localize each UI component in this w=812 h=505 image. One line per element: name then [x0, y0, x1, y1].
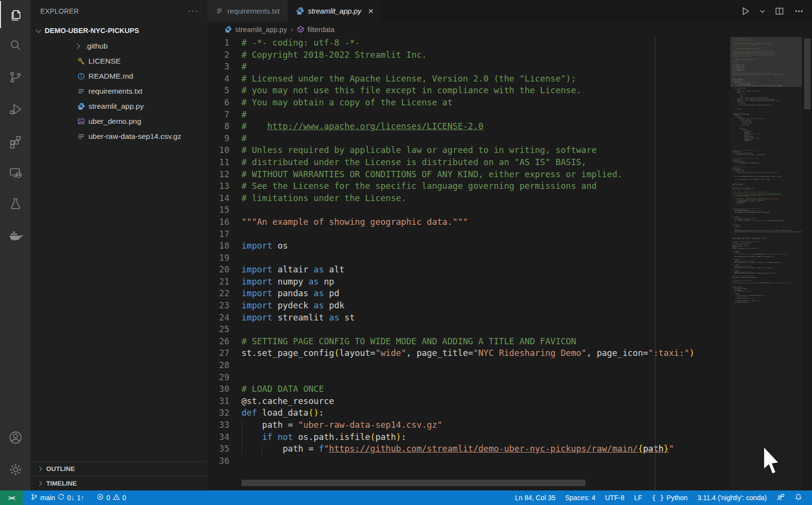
breadcrumb-symbol[interactable]: filterdata — [308, 26, 335, 34]
python-file-icon — [296, 7, 304, 15]
file-item-uber-raw-data-sep14-csv-gz[interactable]: uber-raw-data-sep14.csv.gz — [31, 129, 207, 144]
file-item-readme-md[interactable]: README.md — [31, 68, 207, 84]
testing-icon[interactable] — [0, 190, 31, 218]
line-number: 8 — [207, 120, 229, 133]
explorer-actions-button[interactable]: ··· — [188, 7, 199, 16]
file-label: requirements.txt — [88, 87, 142, 96]
code-line: 18import os — [207, 240, 812, 252]
column-ruler — [655, 37, 656, 490]
activity-bar — [0, 0, 31, 490]
line-number: 1 — [207, 37, 229, 49]
sync-outgoing: 1↑ — [77, 494, 84, 502]
file-item--github[interactable]: .github — [31, 38, 207, 53]
file-tree: .githubLICENSEREADME.mdrequirements.txts… — [31, 38, 207, 144]
file-label: LICENSE — [88, 57, 121, 66]
breadcrumb-file[interactable]: streamlit_app.py — [235, 26, 287, 34]
vertical-scrollbar[interactable] — [804, 38, 811, 109]
code-line: 25 — [207, 323, 812, 336]
code-line: 8# http://www.apache.org/licenses/LICENS… — [207, 120, 812, 133]
feedback-status[interactable] — [772, 490, 790, 505]
chevron-right-icon — [37, 467, 42, 471]
code-line: 16"""An example of showing geographic da… — [207, 216, 812, 228]
code-line: 7# — [207, 109, 812, 121]
line-number: 24 — [207, 312, 229, 324]
line-number: 20 — [207, 264, 229, 276]
line-number: 15 — [207, 204, 229, 216]
run-button[interactable] — [739, 5, 752, 17]
code-editor[interactable]: 1# -*- coding: utf-8 -*-2# Copyright 201… — [207, 37, 812, 490]
code-line: 14# limitations under the License. — [207, 192, 812, 204]
explorer-sidebar: EXPLORER ··· DEMO-UBER-NYC-PICKUPS .gith… — [31, 0, 207, 490]
code-lines: 1# -*- coding: utf-8 -*-2# Copyright 201… — [207, 37, 812, 467]
code-line: 24import streamlit as st — [207, 312, 812, 324]
python-file-icon — [225, 26, 232, 34]
close-icon[interactable]: × — [368, 6, 374, 16]
code-line: 1# -*- coding: utf-8 -*- — [207, 37, 812, 49]
indentation-status[interactable]: Spaces: 4 — [560, 490, 600, 505]
code-line: 32def load_data(): — [207, 407, 812, 419]
code-line: 23import pydeck as pdk — [207, 300, 812, 312]
accounts-icon[interactable] — [0, 424, 31, 451]
search-icon[interactable] — [0, 32, 31, 59]
eol-status[interactable]: LF — [629, 490, 647, 505]
code-line: 6# You may obtain a copy of the License … — [207, 97, 812, 109]
minimap-slider[interactable] — [730, 37, 802, 87]
code-line: 36 — [207, 455, 812, 467]
sync-incoming: 0↓ — [67, 494, 74, 502]
remote-indicator[interactable]: >< — [0, 490, 23, 505]
extensions-icon[interactable] — [0, 128, 31, 155]
line-number: 29 — [207, 371, 229, 384]
line-number: 19 — [207, 252, 229, 264]
tab-streamlit-app-py[interactable]: streamlit_app.py × — [288, 0, 381, 22]
code-line: 11# distributed under the License is dis… — [207, 156, 812, 168]
editor-group: requirements.txt streamlit_app.py × stre… — [207, 0, 812, 490]
run-and-debug-icon[interactable] — [0, 96, 31, 123]
language-mode-status[interactable]: { } Python — [647, 490, 692, 505]
code-line: 31@st.cache_resource — [207, 395, 812, 407]
line-number: 32 — [207, 407, 229, 419]
line-number: 6 — [207, 97, 229, 109]
line-number: 18 — [207, 240, 229, 252]
code-line: 29 — [207, 371, 812, 384]
line-number: 9 — [207, 133, 229, 145]
text-file-icon — [215, 7, 224, 15]
file-label: .github — [85, 42, 108, 50]
run-dropdown-chevron-icon[interactable] — [759, 5, 766, 17]
more-actions-button[interactable] — [793, 5, 805, 17]
tab-requirements-txt[interactable]: requirements.txt — [207, 0, 288, 22]
code-line: 10# Unless required by applicable law or… — [207, 144, 812, 156]
file-label: README.md — [88, 72, 133, 81]
python-interpreter-status[interactable]: 3.11.4 ('nightly': conda) — [692, 490, 772, 505]
split-editor-button[interactable] — [773, 5, 786, 17]
file-item-license[interactable]: LICENSE — [31, 53, 207, 68]
cursor-position-status[interactable]: Ln 84, Col 35 — [510, 490, 560, 505]
braces-icon: { } — [652, 494, 664, 502]
warning-count: 0 — [122, 494, 126, 502]
sidebar-panel-outline[interactable]: OUTLINE — [31, 461, 207, 476]
encoding-status[interactable]: UTF-8 — [600, 490, 629, 505]
horizontal-scrollbar[interactable] — [242, 480, 586, 486]
folder-root[interactable]: DEMO-UBER-NYC-PICKUPS — [31, 23, 207, 38]
code-line: 17 — [207, 228, 812, 240]
settings-gear-icon[interactable] — [0, 456, 31, 483]
notifications-status[interactable] — [790, 490, 807, 505]
file-item-streamlit-app-py[interactable]: streamlit_app.py — [31, 99, 207, 114]
source-control-icon[interactable] — [0, 64, 31, 91]
minimap[interactable]: # -*- coding: utf-8 -*-# Copyright 2018-… — [730, 37, 802, 490]
file-item-uber-demo-png[interactable]: uber_demo.png — [31, 114, 207, 129]
git-branch-status[interactable]: main 0↓ 1↑ — [27, 490, 88, 505]
line-number: 31 — [207, 395, 229, 407]
branch-name: main — [40, 494, 55, 502]
explorer-icon[interactable] — [0, 1, 31, 28]
problems-status[interactable]: 0 0 — [93, 490, 130, 505]
line-number: 30 — [207, 383, 229, 395]
remote-explorer-icon[interactable] — [0, 159, 31, 186]
docker-icon[interactable] — [0, 221, 31, 249]
line-number: 22 — [207, 287, 229, 300]
line-number: 7 — [207, 109, 229, 121]
breadcrumb-separator: › — [291, 26, 293, 33]
sync-icon — [57, 493, 65, 502]
file-label: streamlit_app.py — [88, 102, 144, 111]
sidebar-panel-timeline[interactable]: TIMELINE — [31, 476, 207, 490]
file-item-requirements-txt[interactable]: requirements.txt — [31, 84, 207, 99]
